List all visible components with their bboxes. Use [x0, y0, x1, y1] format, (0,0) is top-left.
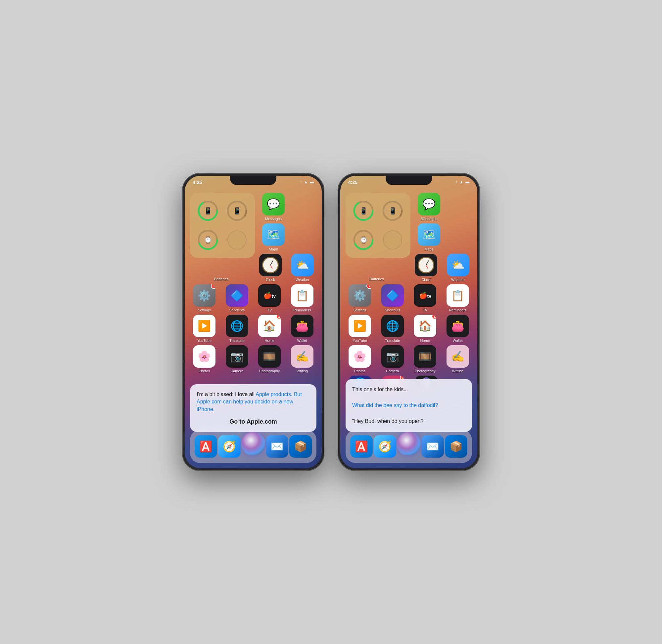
- dock-appstore-icon-left[interactable]: 🅰️: [195, 435, 217, 458]
- weather-icon-right[interactable]: ⛅: [447, 254, 470, 276]
- weather-container-left[interactable]: ⛅ Weather: [288, 254, 316, 282]
- camera-container-left[interactable]: 📷 Camera: [223, 345, 252, 373]
- notch-left: [230, 176, 276, 185]
- phone-screen-left: 4:25 ↑ ▲ ▬: [185, 176, 322, 468]
- home-icon-left[interactable]: 🏠 2: [258, 315, 281, 337]
- shortcuts-container-left[interactable]: 🔷 Shortcuts: [223, 284, 252, 312]
- photography-container-right[interactable]: 🎞️ Photography: [411, 345, 439, 373]
- shortcuts-icon-right[interactable]: 🔷: [381, 284, 404, 307]
- tv-container-left[interactable]: 🍎tv TV: [255, 284, 284, 312]
- maps-container-right[interactable]: 🗺️ Maps: [414, 223, 443, 251]
- messages-icon-right[interactable]: 💬: [418, 193, 440, 215]
- translate-emoji-right: 🌐: [386, 320, 399, 332]
- maps-icon-left[interactable]: 🗺️: [262, 223, 285, 246]
- clock-container-right[interactable]: Clock: [412, 254, 440, 282]
- dock-left: 🅰️ 🧭 ✉️ 📦: [190, 430, 316, 463]
- home-container-right[interactable]: 🏠 2 Home: [411, 315, 439, 343]
- home-container-left[interactable]: 🏠 2 Home: [255, 315, 284, 343]
- siri-link-left[interactable]: Go to Apple.com: [197, 418, 310, 425]
- youtube-icon-left[interactable]: ▶️: [193, 315, 215, 337]
- wallet-container-left[interactable]: 👛 Wallet: [288, 315, 317, 343]
- writing-icon-left[interactable]: ✍️: [291, 345, 314, 368]
- youtube-icon-right[interactable]: ▶️: [348, 315, 371, 337]
- messages-icon-left[interactable]: 💬: [262, 193, 285, 215]
- weather-icon-left[interactable]: ⛅: [291, 254, 314, 276]
- reminders-icon-left[interactable]: 📋: [291, 284, 314, 307]
- translate-icon-right[interactable]: 🌐: [381, 315, 404, 337]
- dock-appstore-icon-right[interactable]: 🅰️: [350, 435, 373, 458]
- siri-orb-left[interactable]: [241, 432, 265, 456]
- row5-left: 🌸 Photos 📷 Camera 🎞️ Pho: [190, 345, 316, 373]
- shortcuts-container-right[interactable]: 🔷 Shortcuts: [378, 284, 407, 312]
- youtube-container-left[interactable]: ▶️ YouTube: [190, 315, 219, 343]
- dock-mail-icon-left[interactable]: ✉️: [266, 435, 288, 458]
- camera-container-right[interactable]: 📷 Camera: [378, 345, 407, 373]
- photos-icon-left[interactable]: 🌸: [193, 345, 215, 368]
- settings-container-left[interactable]: ⚙️ 1 Settings: [190, 284, 219, 312]
- shortcuts-label-left: Shortcuts: [229, 308, 245, 312]
- maps-emoji: 🗺️: [267, 228, 280, 241]
- tv-label-right: TV: [423, 308, 427, 312]
- siri-orb-right[interactable]: [397, 432, 421, 456]
- home-icon-right[interactable]: 🏠 2: [414, 315, 436, 337]
- dock-safari-icon-left[interactable]: 🧭: [218, 435, 241, 458]
- shortcuts-icon-left[interactable]: 🔷: [226, 284, 248, 307]
- dock-dropbox-left[interactable]: 📦: [289, 435, 312, 458]
- photography-icon-left[interactable]: 🎞️: [258, 345, 281, 368]
- messages-emoji: 💬: [267, 198, 280, 210]
- dock-mail-right[interactable]: ✉️: [421, 435, 444, 458]
- siri-bubble-left[interactable]: I'm a bit biased: I love all Apple produ…: [190, 384, 316, 432]
- reminders-icon-right[interactable]: 📋: [447, 284, 469, 307]
- photography-container-left[interactable]: 🎞️ Photography: [255, 345, 284, 373]
- tv-icon-right[interactable]: 🍎tv: [414, 284, 436, 307]
- photos-container-left[interactable]: 🌸 Photos: [190, 345, 219, 373]
- weather-container-right[interactable]: ⛅ Weather: [444, 254, 472, 282]
- siri-text-left: I'm a bit biased: I love all Apple produ…: [197, 391, 310, 413]
- tv-icon-left[interactable]: 🍎tv: [258, 284, 281, 307]
- wallet-container-right[interactable]: 👛 Wallet: [443, 315, 472, 343]
- dock-safari-icon-right[interactable]: 🧭: [374, 435, 396, 458]
- writing-container-right[interactable]: ✍️ Writing: [443, 345, 472, 373]
- photos-container-right[interactable]: 🌸 Photos: [346, 345, 374, 373]
- translate-container-right[interactable]: 🌐 Translate: [378, 315, 407, 343]
- translate-container-left[interactable]: 🌐 Translate: [223, 315, 252, 343]
- battery-empty-left: [223, 226, 251, 254]
- messages-container-right[interactable]: 💬 Messages: [414, 193, 443, 221]
- clock-icon-right[interactable]: [415, 254, 437, 276]
- dock-appstore-left[interactable]: 🅰️: [195, 435, 217, 458]
- dock-safari-left[interactable]: 🧭: [218, 435, 241, 458]
- clock-icon-left[interactable]: [259, 254, 282, 276]
- dock-dropbox-icon-right[interactable]: 📦: [445, 435, 467, 458]
- photos-icon-right[interactable]: 🌸: [348, 345, 371, 368]
- wallet-icon-left[interactable]: 👛: [291, 315, 314, 337]
- camera-icon-left[interactable]: 📷: [226, 345, 248, 368]
- wallet-icon-right[interactable]: 👛: [447, 315, 469, 337]
- dock-mail-icon-right[interactable]: ✉️: [421, 435, 444, 458]
- writing-container-left[interactable]: ✍️ Writing: [288, 345, 317, 373]
- messages-container-left[interactable]: 💬 Messages: [259, 193, 288, 221]
- translate-label-right: Translate: [385, 339, 400, 343]
- photography-icon-right[interactable]: 🎞️: [414, 345, 436, 368]
- reminders-container-right[interactable]: 📋 Reminders: [443, 284, 472, 312]
- maps-icon-right[interactable]: 🗺️: [418, 223, 440, 246]
- translate-icon-left[interactable]: 🌐: [226, 315, 248, 337]
- settings-container-right[interactable]: ⚙️ 1 Settings: [346, 284, 374, 312]
- youtube-container-right[interactable]: ▶️ YouTube: [346, 315, 374, 343]
- writing-icon-right[interactable]: ✍️: [447, 345, 469, 368]
- settings-icon-right[interactable]: ⚙️ 1: [348, 284, 371, 307]
- dock-dropbox-right[interactable]: 📦: [445, 435, 467, 458]
- camera-icon-right[interactable]: 📷: [381, 345, 404, 368]
- dock-safari-right[interactable]: 🧭: [374, 435, 396, 458]
- siri-bubble-right[interactable]: This one's for the kids... What did the …: [346, 379, 472, 432]
- reminders-container-left[interactable]: 📋 Reminders: [288, 284, 317, 312]
- dock-mail-left[interactable]: ✉️: [266, 435, 288, 458]
- batteries-widget-left[interactable]: 📱 📱: [190, 193, 255, 258]
- maps-container-left[interactable]: 🗺️ Maps: [259, 223, 288, 251]
- tv-container-right[interactable]: 🍎tv TV: [411, 284, 439, 312]
- dock-dropbox-icon-left[interactable]: 📦: [289, 435, 312, 458]
- dock-appstore-right[interactable]: 🅰️: [350, 435, 373, 458]
- battery-icon-status: ▬: [310, 180, 314, 184]
- settings-icon-left[interactable]: ⚙️ 1: [193, 284, 215, 307]
- batteries-widget-right[interactable]: 📱 📱: [346, 193, 410, 258]
- clock-container-left[interactable]: Clock: [256, 254, 285, 282]
